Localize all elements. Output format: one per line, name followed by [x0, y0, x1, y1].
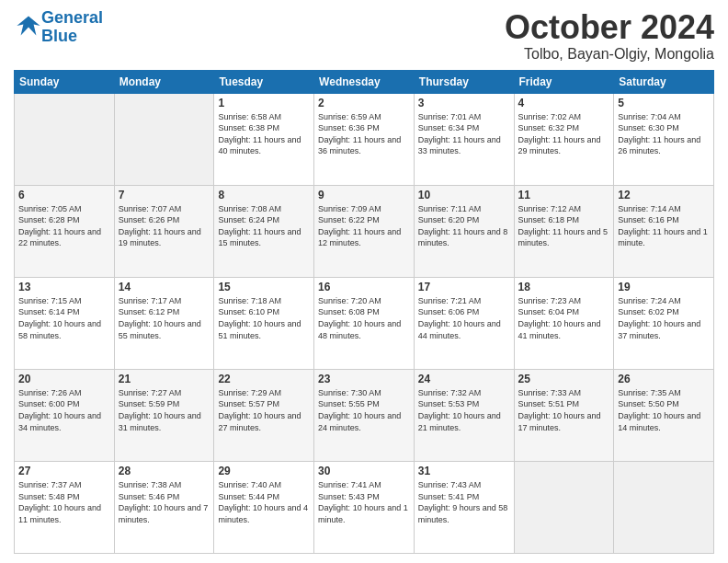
day-number: 12 — [618, 189, 710, 201]
table-row: 26Sunrise: 7:35 AM Sunset: 5:50 PM Dayli… — [614, 369, 714, 461]
day-number: 20 — [18, 373, 110, 385]
table-row: 20Sunrise: 7:26 AM Sunset: 6:00 PM Dayli… — [15, 369, 115, 461]
col-sunday: Sunday — [15, 70, 115, 93]
table-row: 19Sunrise: 7:24 AM Sunset: 6:02 PM Dayli… — [614, 277, 714, 369]
day-number: 22 — [218, 373, 310, 385]
day-number: 29 — [218, 465, 310, 477]
day-info: Sunrise: 7:38 AM Sunset: 5:46 PM Dayligh… — [119, 479, 210, 525]
table-row: 6Sunrise: 7:05 AM Sunset: 6:28 PM Daylig… — [15, 185, 115, 277]
day-number: 1 — [218, 97, 310, 109]
day-number: 7 — [119, 189, 210, 201]
day-number: 17 — [418, 281, 510, 293]
day-number: 4 — [518, 97, 610, 109]
day-info: Sunrise: 7:04 AM Sunset: 6:30 PM Dayligh… — [618, 111, 710, 157]
day-info: Sunrise: 7:24 AM Sunset: 6:02 PM Dayligh… — [618, 295, 710, 341]
day-info: Sunrise: 7:27 AM Sunset: 5:59 PM Dayligh… — [119, 387, 210, 433]
day-info: Sunrise: 7:18 AM Sunset: 6:10 PM Dayligh… — [218, 295, 310, 341]
day-number: 23 — [318, 373, 410, 385]
day-info: Sunrise: 7:43 AM Sunset: 5:41 PM Dayligh… — [418, 479, 510, 525]
table-row: 8Sunrise: 7:08 AM Sunset: 6:24 PM Daylig… — [214, 185, 314, 277]
logo-line2: Blue — [41, 27, 77, 45]
day-info: Sunrise: 7:09 AM Sunset: 6:22 PM Dayligh… — [318, 203, 410, 249]
table-row: 13Sunrise: 7:15 AM Sunset: 6:14 PM Dayli… — [15, 277, 115, 369]
day-info: Sunrise: 6:59 AM Sunset: 6:36 PM Dayligh… — [318, 111, 410, 157]
day-number: 3 — [418, 97, 510, 109]
day-number: 19 — [618, 281, 710, 293]
day-info: Sunrise: 7:20 AM Sunset: 6:08 PM Dayligh… — [318, 295, 410, 341]
day-info: Sunrise: 7:29 AM Sunset: 5:57 PM Dayligh… — [218, 387, 310, 433]
day-number: 11 — [518, 189, 610, 201]
day-number: 18 — [518, 281, 610, 293]
header: General Blue October 2024 Tolbo, Bayan-O… — [14, 9, 714, 63]
calendar-week-row: 6Sunrise: 7:05 AM Sunset: 6:28 PM Daylig… — [15, 185, 714, 277]
logo-line1: General — [41, 8, 103, 27]
day-number: 14 — [119, 281, 210, 293]
day-number: 21 — [119, 373, 210, 385]
day-info: Sunrise: 7:05 AM Sunset: 6:28 PM Dayligh… — [18, 203, 110, 249]
title-block: October 2024 Tolbo, Bayan-Olgiy, Mongoli… — [505, 9, 714, 63]
table-row: 14Sunrise: 7:17 AM Sunset: 6:12 PM Dayli… — [114, 277, 214, 369]
day-number: 28 — [119, 465, 210, 477]
day-number: 31 — [418, 465, 510, 477]
day-info: Sunrise: 7:41 AM Sunset: 5:43 PM Dayligh… — [318, 479, 410, 525]
table-row: 12Sunrise: 7:14 AM Sunset: 6:16 PM Dayli… — [614, 185, 714, 277]
table-row: 30Sunrise: 7:41 AM Sunset: 5:43 PM Dayli… — [314, 461, 415, 553]
table-row: 24Sunrise: 7:32 AM Sunset: 5:53 PM Dayli… — [414, 369, 514, 461]
calendar-week-row: 20Sunrise: 7:26 AM Sunset: 6:00 PM Dayli… — [15, 369, 714, 461]
day-info: Sunrise: 7:15 AM Sunset: 6:14 PM Dayligh… — [18, 295, 110, 341]
col-tuesday: Tuesday — [214, 70, 314, 93]
day-info: Sunrise: 7:11 AM Sunset: 6:20 PM Dayligh… — [418, 203, 510, 249]
day-number: 5 — [618, 97, 710, 109]
day-info: Sunrise: 7:02 AM Sunset: 6:32 PM Dayligh… — [518, 111, 610, 157]
calendar-week-row: 27Sunrise: 7:37 AM Sunset: 5:48 PM Dayli… — [15, 461, 714, 553]
table-row: 17Sunrise: 7:21 AM Sunset: 6:06 PM Dayli… — [414, 277, 514, 369]
day-info: Sunrise: 7:26 AM Sunset: 6:00 PM Dayligh… — [18, 387, 110, 433]
table-row: 4Sunrise: 7:02 AM Sunset: 6:32 PM Daylig… — [514, 93, 614, 185]
day-number: 6 — [18, 189, 110, 201]
day-number: 24 — [418, 373, 510, 385]
table-row: 10Sunrise: 7:11 AM Sunset: 6:20 PM Dayli… — [414, 185, 514, 277]
day-number: 16 — [318, 281, 410, 293]
day-number: 15 — [218, 281, 310, 293]
col-monday: Monday — [114, 70, 214, 93]
table-row — [114, 93, 214, 185]
calendar-week-row: 13Sunrise: 7:15 AM Sunset: 6:14 PM Dayli… — [15, 277, 714, 369]
day-info: Sunrise: 7:35 AM Sunset: 5:50 PM Dayligh… — [618, 387, 710, 433]
table-row: 21Sunrise: 7:27 AM Sunset: 5:59 PM Dayli… — [114, 369, 214, 461]
table-row — [514, 461, 614, 553]
day-info: Sunrise: 7:40 AM Sunset: 5:44 PM Dayligh… — [218, 479, 310, 525]
calendar-header-row: Sunday Monday Tuesday Wednesday Thursday… — [15, 70, 714, 93]
logo-text: General Blue — [41, 9, 103, 46]
table-row: 18Sunrise: 7:23 AM Sunset: 6:04 PM Dayli… — [514, 277, 614, 369]
day-number: 25 — [518, 373, 610, 385]
day-number: 8 — [218, 189, 310, 201]
table-row: 23Sunrise: 7:30 AM Sunset: 5:55 PM Dayli… — [314, 369, 415, 461]
table-row: 28Sunrise: 7:38 AM Sunset: 5:46 PM Dayli… — [114, 461, 214, 553]
logo-bird-icon — [16, 13, 41, 39]
calendar-table: Sunday Monday Tuesday Wednesday Thursday… — [14, 70, 714, 554]
day-info: Sunrise: 7:14 AM Sunset: 6:16 PM Dayligh… — [618, 203, 710, 249]
day-info: Sunrise: 7:12 AM Sunset: 6:18 PM Dayligh… — [518, 203, 610, 249]
day-info: Sunrise: 7:01 AM Sunset: 6:34 PM Dayligh… — [418, 111, 510, 157]
table-row: 2Sunrise: 6:59 AM Sunset: 6:36 PM Daylig… — [314, 93, 415, 185]
col-wednesday: Wednesday — [314, 70, 415, 93]
day-info: Sunrise: 7:37 AM Sunset: 5:48 PM Dayligh… — [18, 479, 110, 525]
day-number: 13 — [18, 281, 110, 293]
table-row: 7Sunrise: 7:07 AM Sunset: 6:26 PM Daylig… — [114, 185, 214, 277]
logo: General Blue — [14, 9, 103, 46]
table-row: 31Sunrise: 7:43 AM Sunset: 5:41 PM Dayli… — [414, 461, 514, 553]
location-title: Tolbo, Bayan-Olgiy, Mongolia — [505, 46, 714, 63]
day-info: Sunrise: 7:17 AM Sunset: 6:12 PM Dayligh… — [119, 295, 210, 341]
table-row: 29Sunrise: 7:40 AM Sunset: 5:44 PM Dayli… — [214, 461, 314, 553]
day-number: 27 — [18, 465, 110, 477]
table-row: 16Sunrise: 7:20 AM Sunset: 6:08 PM Dayli… — [314, 277, 415, 369]
table-row: 3Sunrise: 7:01 AM Sunset: 6:34 PM Daylig… — [414, 93, 514, 185]
page: General Blue October 2024 Tolbo, Bayan-O… — [0, 0, 728, 563]
day-number: 9 — [318, 189, 410, 201]
table-row: 1Sunrise: 6:58 AM Sunset: 6:38 PM Daylig… — [214, 93, 314, 185]
table-row: 5Sunrise: 7:04 AM Sunset: 6:30 PM Daylig… — [614, 93, 714, 185]
col-thursday: Thursday — [414, 70, 514, 93]
day-info: Sunrise: 7:30 AM Sunset: 5:55 PM Dayligh… — [318, 387, 410, 433]
col-friday: Friday — [514, 70, 614, 93]
table-row: 27Sunrise: 7:37 AM Sunset: 5:48 PM Dayli… — [15, 461, 115, 553]
